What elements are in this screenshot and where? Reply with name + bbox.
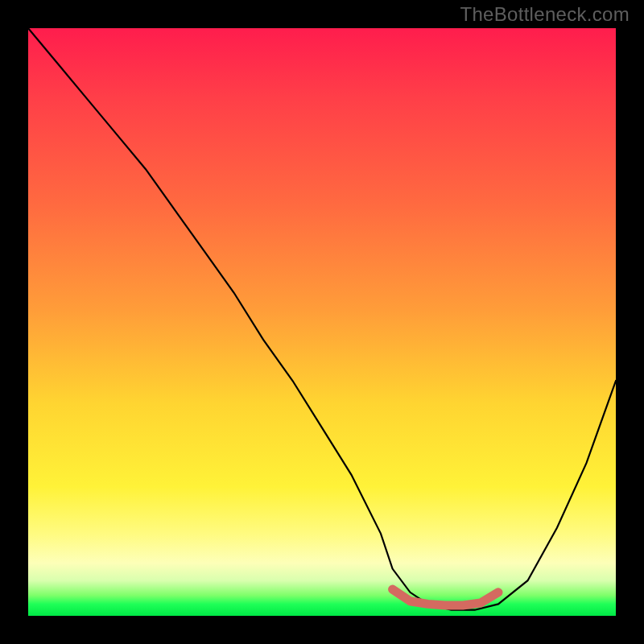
- chart-frame: TheBottleneck.com: [0, 0, 644, 644]
- chart-svg: [28, 28, 616, 616]
- plot-area: [28, 28, 616, 616]
- optimal-band-marker: [393, 589, 498, 605]
- watermark-text: TheBottleneck.com: [460, 3, 630, 26]
- bottleneck-curve: [28, 28, 616, 610]
